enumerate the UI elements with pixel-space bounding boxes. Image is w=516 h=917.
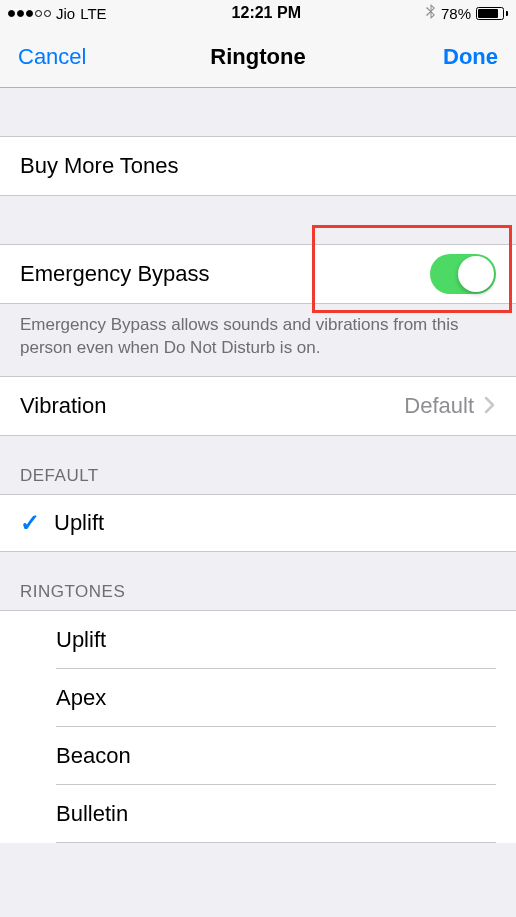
status-left: Jio LTE	[8, 5, 107, 22]
chevron-right-icon	[484, 390, 496, 421]
status-right: 78%	[426, 4, 508, 23]
emergency-bypass-footer: Emergency Bypass allows sounds and vibra…	[0, 304, 516, 376]
ringtone-label: Uplift	[56, 627, 106, 653]
ringtone-row[interactable]: Apex	[0, 669, 516, 727]
ringtone-row[interactable]: Bulletin	[0, 785, 516, 843]
vibration-row[interactable]: Vibration Default	[0, 376, 516, 436]
section-header-ringtones: RINGTONES	[0, 552, 516, 610]
vibration-label: Vibration	[20, 393, 404, 419]
done-button[interactable]: Done	[408, 44, 498, 70]
ringtone-label: Bulletin	[56, 801, 128, 827]
network-label: LTE	[80, 5, 106, 22]
ringtones-list: Uplift Apex Beacon Bulletin	[0, 610, 516, 843]
cancel-button[interactable]: Cancel	[18, 44, 108, 70]
ringtone-row[interactable]: Uplift	[0, 611, 516, 669]
default-tone-row[interactable]: ✓ Uplift	[0, 494, 516, 552]
checkmark-icon: ✓	[20, 509, 54, 537]
battery-icon	[476, 7, 508, 20]
battery-percent: 78%	[441, 5, 471, 22]
emergency-bypass-row: Emergency Bypass	[0, 244, 516, 304]
buy-more-tones-row[interactable]: Buy More Tones	[0, 136, 516, 196]
page-title: Ringtone	[108, 44, 408, 70]
signal-strength-icon	[8, 10, 51, 17]
nav-bar: Cancel Ringtone Done	[0, 26, 516, 88]
emergency-bypass-label: Emergency Bypass	[20, 261, 430, 287]
ringtone-label: Beacon	[56, 743, 131, 769]
default-tone-label: Uplift	[54, 510, 104, 536]
emergency-bypass-toggle[interactable]	[430, 254, 496, 294]
buy-more-tones-label: Buy More Tones	[20, 153, 496, 179]
bluetooth-icon	[426, 4, 436, 23]
ringtone-row[interactable]: Beacon	[0, 727, 516, 785]
status-bar: Jio LTE 12:21 PM 78%	[0, 0, 516, 26]
status-time: 12:21 PM	[232, 4, 301, 22]
vibration-value: Default	[404, 393, 474, 419]
section-header-default: DEFAULT	[0, 436, 516, 494]
carrier-label: Jio	[56, 5, 75, 22]
ringtone-label: Apex	[56, 685, 106, 711]
